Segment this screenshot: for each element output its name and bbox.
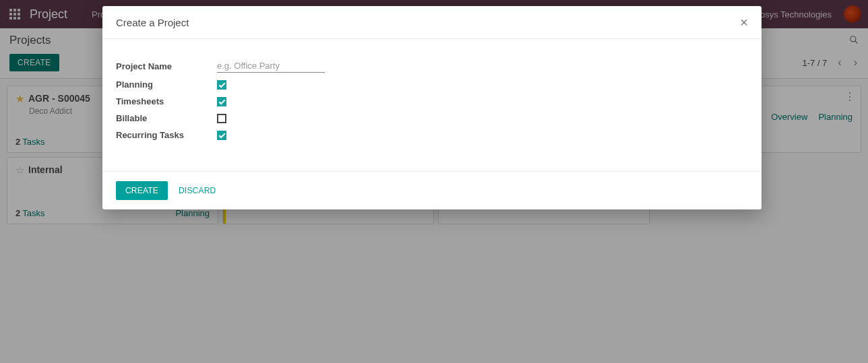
modal-discard-button[interactable]: DISCARD — [179, 186, 216, 195]
checkbox-timesheets[interactable] — [217, 97, 226, 106]
label-timesheets: Timesheets — [116, 96, 217, 106]
project-name-field[interactable] — [217, 59, 325, 73]
label-recurring: Recurring Tasks — [116, 130, 217, 140]
checkbox-recurring[interactable] — [217, 131, 226, 140]
dialog-title: Create a Project — [116, 17, 189, 28]
create-project-dialog: Create a Project × Project Name Planning… — [102, 6, 762, 209]
checkbox-planning[interactable] — [217, 80, 226, 90]
checkbox-billable[interactable] — [217, 114, 226, 123]
label-planning: Planning — [116, 79, 217, 90]
label-project-name: Project Name — [116, 61, 217, 71]
label-billable: Billable — [116, 113, 217, 123]
close-icon[interactable]: × — [740, 15, 748, 29]
modal-create-button[interactable]: CREATE — [116, 181, 168, 200]
